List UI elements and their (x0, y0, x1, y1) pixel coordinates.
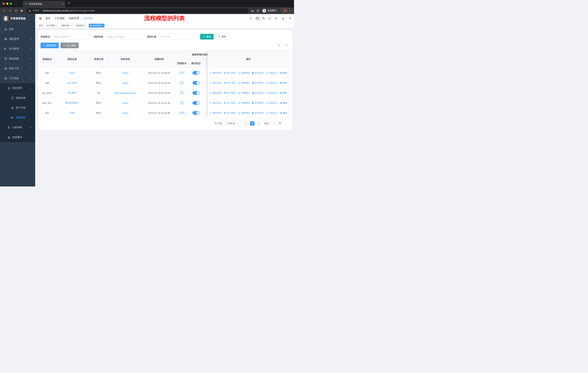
breadcrumb-home[interactable]: 首页 (45, 17, 51, 20)
font-size-icon[interactable]: TT (274, 17, 277, 20)
create-process-button[interactable]: 新建流程 (41, 43, 59, 48)
action-deploy-link[interactable]: 发布流程 (252, 91, 263, 94)
version-tag[interactable]: v17 (178, 71, 185, 75)
action-design-link[interactable]: 设计流程 (224, 111, 235, 115)
form-info-link[interactable]: biubiu (122, 81, 129, 84)
action-edit-link[interactable]: 修改流程 (210, 91, 221, 94)
active-toggle[interactable] (192, 91, 200, 95)
browser-tab[interactable]: 芋道管理系统 × (23, 1, 65, 7)
form-info-link[interactable]: biubiu (122, 102, 129, 104)
version-tag[interactable]: v21 (178, 111, 185, 115)
version-tag[interactable]: v4 (179, 101, 185, 105)
close-icon[interactable]: ✕ (56, 25, 57, 27)
sidebar-item-task-mgmt[interactable]: 任务管理 (0, 122, 35, 132)
version-tag[interactable]: v5 (179, 91, 185, 95)
url-bar[interactable]: 不安全 dashboard.yudao.iocoder.cn/bpm/manag… (26, 8, 248, 13)
action-edit-link[interactable]: 修改流程 (210, 111, 221, 115)
action-design-link[interactable]: 设计流程 (224, 91, 235, 94)
form-info-link[interactable]: biubiu (122, 71, 129, 74)
tag-process-form[interactable]: 流程表单✕ (74, 24, 88, 28)
action-assign-rule-link[interactable]: 分配规则 (238, 111, 250, 115)
process-name-link[interactable]: 自己审批 (67, 81, 77, 84)
refresh-button[interactable] (284, 43, 289, 48)
github-icon[interactable] (256, 17, 259, 20)
help-icon[interactable] (262, 17, 265, 20)
new-tab-button[interactable]: + (65, 1, 70, 6)
reset-button[interactable]: 重置 (215, 34, 229, 40)
sidebar-item-leave-query[interactable]: 请假查询 (0, 132, 35, 142)
action-definition-link[interactable]: 流程定义 (266, 71, 278, 74)
breadcrumb-workflow[interactable]: 工作流程 (54, 17, 65, 20)
process-name-link[interactable]: OA 请假 (68, 91, 77, 94)
search-key-input[interactable]: 请输入流程标识 (52, 34, 91, 40)
action-edit-link[interactable]: 修改流程 (210, 101, 221, 105)
reload-button[interactable] (13, 8, 18, 13)
caret-down-icon[interactable] (289, 18, 291, 19)
bookmark-star-icon[interactable] (256, 9, 259, 12)
sidebar-item-process-model[interactable]: 流程模型 (0, 113, 35, 122)
import-process-button[interactable]: 导入流程 (61, 43, 79, 48)
fullscreen-icon[interactable] (268, 17, 271, 20)
next-page-button[interactable]: › (257, 121, 261, 126)
show-search-button[interactable] (277, 43, 282, 48)
action-deploy-link[interactable]: 发布流程 (252, 81, 263, 84)
tag-home[interactable]: 首页 (37, 24, 44, 28)
action-definition-link[interactable]: 流程定义 (266, 101, 278, 105)
back-button[interactable] (2, 8, 7, 13)
category-select[interactable]: 流程分类 (158, 34, 197, 40)
minimize-window-button[interactable] (6, 2, 8, 5)
action-delete-link[interactable]: 删除 (280, 91, 287, 94)
sidebar-item-pay[interactable]: ¥ 支付管理 (0, 44, 35, 54)
browser-menu-icon[interactable] (289, 10, 290, 12)
collapse-sidebar-icon[interactable] (37, 15, 43, 21)
action-assign-rule-link[interactable]: 分配规则 (238, 71, 250, 74)
tab-close-icon[interactable]: × (62, 2, 63, 5)
sidebar-item-devtools[interactable]: 研发工具 (0, 64, 35, 73)
close-icon[interactable]: ✕ (85, 25, 86, 27)
tag-my-process[interactable]: 我的流程✕ (60, 24, 73, 28)
page-size-select[interactable]: 10条/页 (225, 121, 241, 126)
sidebar-item-workflow[interactable]: 工作流程 (0, 73, 35, 83)
action-design-link[interactable]: 设计流程 (224, 101, 235, 105)
active-toggle[interactable] (192, 111, 200, 115)
form-info-link[interactable]: /bpm/oa/leave/create (114, 92, 136, 94)
action-design-link[interactable]: 设计流程 (224, 81, 235, 84)
active-toggle[interactable] (192, 81, 200, 85)
breadcrumb-process-mgmt[interactable]: 流程管理 (69, 17, 79, 20)
action-delete-link[interactable]: 删除 (280, 81, 287, 84)
action-deploy-link[interactable]: 发布流程 (252, 101, 263, 105)
tag-process-model[interactable]: 流程模型✕ (89, 24, 104, 28)
incognito-badge[interactable]: 无痕模式 (262, 8, 278, 13)
action-design-link[interactable]: 设计流程 (224, 71, 235, 74)
sidebar-item-user-group[interactable]: 用户分组 (0, 103, 35, 113)
action-definition-link[interactable]: 流程定义 (266, 111, 278, 115)
sidebar-item-process-form[interactable]: 流程表单 (0, 93, 35, 103)
action-deploy-link[interactable]: 发布流程 (252, 71, 263, 74)
close-window-button[interactable] (2, 2, 5, 5)
active-toggle[interactable] (192, 71, 200, 75)
action-assign-rule-link[interactable]: 分配规则 (238, 101, 250, 105)
search-icon[interactable] (250, 17, 253, 20)
process-name-link[interactable]: 测试多审批人 (65, 101, 79, 105)
version-tag[interactable]: v2 (179, 81, 185, 85)
action-definition-link[interactable]: 流程定义 (266, 91, 278, 94)
action-assign-rule-link[interactable]: 分配规则 (238, 91, 250, 94)
search-name-input[interactable]: 请输入流程名称 (105, 34, 144, 40)
action-definition-link[interactable]: 流程定义 (266, 81, 278, 84)
avatar[interactable] (280, 15, 286, 21)
search-button[interactable]: 搜索 (200, 34, 214, 40)
action-edit-link[interactable]: 修改流程 (210, 71, 221, 74)
update-button[interactable]: 更新 (281, 8, 292, 13)
close-icon[interactable]: ✕ (101, 25, 103, 27)
prev-page-button[interactable]: ‹ (243, 121, 248, 126)
action-delete-link[interactable]: 删除 (280, 111, 287, 115)
sidebar-item-infra[interactable]: 基础设施 (0, 54, 35, 64)
tag-tenant[interactable]: 租户管理✕ (45, 24, 59, 28)
sidebar-item-process-mgmt[interactable]: 流程管理 (0, 83, 35, 93)
action-deploy-link[interactable]: 发布流程 (252, 111, 263, 115)
action-edit-link[interactable]: 修改流程 (210, 81, 221, 84)
action-assign-rule-link[interactable]: 分配规则 (238, 81, 250, 84)
process-name-link[interactable]: 滔博 (70, 111, 74, 115)
zoom-window-button[interactable] (10, 2, 12, 5)
process-name-link[interactable]: eeee (69, 71, 75, 74)
